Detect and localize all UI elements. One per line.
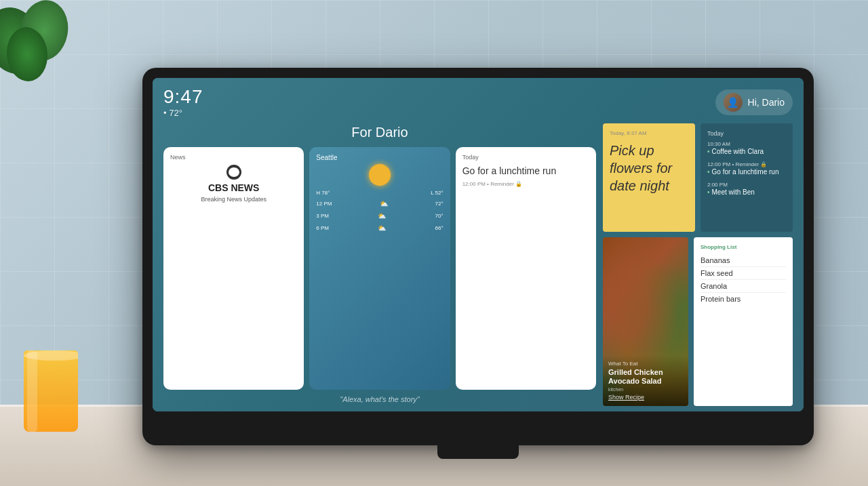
shopping-item-4: Protein bars	[701, 293, 786, 305]
user-avatar: 👤	[724, 93, 743, 112]
cloud-icon-noon: ⛅	[380, 198, 388, 210]
weather-high-low: H 78° L 52°	[316, 188, 443, 198]
glass-rim	[24, 350, 78, 361]
reminder-today-label: Today	[462, 154, 589, 161]
time-noon: 12 PM	[316, 199, 332, 209]
weather-display: 72°	[163, 108, 203, 118]
device-frame: 9:47 72° 👤 Hi, Dario For Dario	[142, 68, 814, 445]
sticky-date: Today, 8:37 AM	[610, 130, 688, 136]
sticky-text: Pick up flowers for date night	[610, 142, 688, 195]
weather-city: Seattle	[316, 154, 443, 161]
clock-display: 9:47	[163, 86, 203, 108]
for-dario-title: For Dario	[163, 125, 596, 140]
weather-low: L 52°	[431, 188, 443, 198]
cards-row: News CBS NEWS Breaking News Updates Seat…	[163, 147, 596, 390]
event-3-time: 2:00 PM	[707, 182, 786, 188]
cloud-icon-3pm: ⛅	[378, 210, 386, 222]
time-weather-section: 9:47 72°	[163, 86, 203, 118]
weather-high: H 78°	[316, 188, 330, 198]
shopping-label: Shopping List	[701, 244, 786, 250]
plant-decoration	[0, 0, 81, 108]
recipe-title: Grilled Chicken Avocado Salad	[608, 368, 683, 386]
oj-glass	[20, 344, 81, 432]
reminder-text: Go for a lunchtime run	[462, 165, 589, 177]
recipe-source: kitchen	[608, 387, 683, 392]
reminder-card[interactable]: Today Go for a lunchtime run 12:00 PM • …	[456, 147, 596, 390]
breaking-news-text: Breaking News Updates	[170, 196, 297, 204]
weather-sun-icon	[369, 164, 391, 186]
event-3-name: •Meet with Ben	[707, 188, 786, 197]
calendar-label: Today	[707, 130, 786, 137]
event-1-name: •Coffee with Clara	[707, 147, 786, 156]
what-to-eat-label: What To Eat	[608, 361, 683, 367]
event-dot-1: •	[707, 148, 710, 155]
news-card[interactable]: News CBS NEWS Breaking News Updates	[163, 147, 304, 390]
avatar-face: 👤	[727, 97, 738, 108]
top-right-row: Today, 8:37 AM Pick up flowers for date …	[603, 123, 793, 232]
cloud-icon-6pm: ⛅	[378, 222, 386, 235]
cbs-circle	[226, 165, 241, 180]
device-stand	[437, 435, 519, 459]
event-1-time: 10:30 AM	[707, 141, 786, 147]
reminder-time: 12:00 PM • Reminder 🔒	[462, 181, 589, 187]
weather-row-6pm: 6 PM ⛅ 66°	[316, 222, 443, 235]
weather-forecast: H 78° L 52° 12 PM ⛅ 72°	[316, 188, 443, 235]
shopping-list-card[interactable]: Shopping List Bananas Flax seed Granola …	[694, 237, 793, 406]
left-section: For Dario News CBS NEWS Breaking News Up…	[163, 123, 596, 406]
event-dot-2: •	[707, 168, 710, 176]
event-2-name: •Go for a lunchtime run	[707, 167, 786, 176]
greeting-area[interactable]: 👤 Hi, Dario	[715, 89, 793, 115]
shopping-item-2: Flax seed	[701, 267, 786, 280]
calendar-event-3: 2:00 PM •Meet with Ben	[707, 182, 786, 197]
bottom-right-row: What To Eat Grilled Chicken Avocado Sala…	[603, 237, 793, 406]
top-bar: 9:47 72° 👤 Hi, Dario	[153, 78, 804, 123]
cbs-news-text: CBS NEWS	[170, 183, 297, 193]
device-screen: 9:47 72° 👤 Hi, Dario For Dario	[153, 78, 804, 411]
calendar-card[interactable]: Today 10:30 AM •Coffee with Clara 12:00 …	[701, 123, 793, 232]
time-3pm: 3 PM	[316, 211, 329, 221]
weather-row-3pm: 3 PM ⛅ 70°	[316, 210, 443, 222]
shopping-item-1: Bananas	[701, 254, 786, 267]
temp-3pm: 70°	[435, 211, 443, 221]
event-2-time: 12:00 PM • Reminder 🔒	[707, 161, 786, 167]
weather-row-noon: 12 PM ⛅ 72°	[316, 198, 443, 210]
main-content-area: For Dario News CBS NEWS Breaking News Up…	[153, 123, 804, 411]
weather-card[interactable]: Seattle H 78° L 52° 12 PM ⛅	[309, 147, 450, 390]
cbs-logo	[170, 165, 297, 182]
greeting-text: Hi, Dario	[748, 97, 785, 108]
temp-6pm: 66°	[435, 224, 443, 233]
show-recipe-button[interactable]: Show Recipe	[608, 394, 683, 401]
echo-show-device: 9:47 72° 👤 Hi, Dario For Dario	[142, 68, 814, 445]
news-label: News	[170, 154, 297, 161]
voice-prompt: "Alexa, what's the story"	[163, 390, 596, 406]
glass-body	[24, 350, 78, 432]
recipe-card[interactable]: What To Eat Grilled Chicken Avocado Sala…	[603, 237, 688, 406]
right-section: Today, 8:37 AM Pick up flowers for date …	[603, 123, 793, 406]
recipe-overlay: What To Eat Grilled Chicken Avocado Sala…	[603, 355, 688, 406]
sticky-note[interactable]: Today, 8:37 AM Pick up flowers for date …	[603, 123, 695, 232]
temp-noon: 72°	[435, 199, 443, 209]
screen-content: 9:47 72° 👤 Hi, Dario For Dario	[153, 78, 804, 411]
calendar-event-1: 10:30 AM •Coffee with Clara	[707, 141, 786, 156]
calendar-event-2: 12:00 PM • Reminder 🔒 •Go for a lunchtim…	[707, 161, 786, 176]
time-6pm: 6 PM	[316, 224, 329, 233]
event-dot-3: •	[707, 188, 710, 196]
shopping-item-3: Granola	[701, 280, 786, 293]
